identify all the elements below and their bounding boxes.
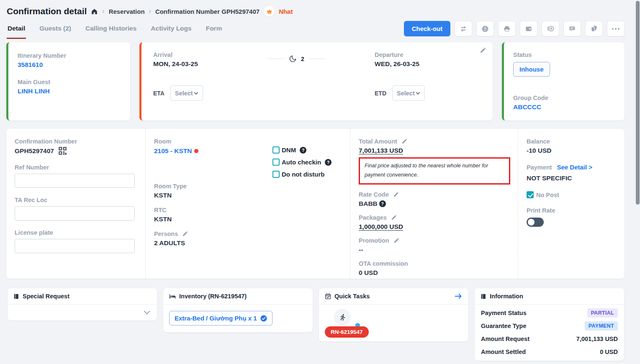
itinerary-card: Itinerary Number 3581610 Main Guest LINH… <box>6 42 130 120</box>
rate-code-help-icon[interactable] <box>379 200 386 207</box>
total-amount-label: Total Amount <box>359 138 397 145</box>
room-options: DNM Auto checkin Do not disturb <box>272 146 332 178</box>
breadcrumb-reservation[interactable]: Reservation <box>109 8 145 15</box>
task-avatar[interactable] <box>334 309 351 326</box>
room-type-label: Room Type <box>154 183 342 190</box>
tab-toolbar-row: Detail Guests (2) Calling Histories Acti… <box>0 17 640 39</box>
total-amount-value[interactable]: 7,001,133 USD <box>359 147 509 154</box>
payment-see-detail-link[interactable]: See Detail > <box>557 164 592 171</box>
main-guest-label: Main Guest <box>18 79 121 85</box>
edit-rate-code-pencil-icon[interactable] <box>393 192 399 197</box>
status-label: Status <box>513 51 615 58</box>
comment-button[interactable] <box>563 21 581 36</box>
room-label: Room <box>154 138 342 145</box>
ta-rec-loc-input[interactable] <box>15 206 135 220</box>
dnm-help-icon[interactable] <box>300 147 306 154</box>
itinerary-number-link[interactable]: 3581610 <box>18 61 121 69</box>
edit-total-amount-pencil-icon[interactable] <box>401 138 407 144</box>
confirmation-column: Confirmation Number GPH5297407 Ref Numbe… <box>6 129 146 279</box>
price-note-text: Final price adjusted to the nearest whol… <box>365 161 504 180</box>
balance-column: Balance -10 USD Payment See Detail > NOT… <box>518 129 625 279</box>
edit-dates-pencil-icon[interactable] <box>480 47 486 55</box>
quick-tasks-arrow-icon[interactable] <box>454 293 463 300</box>
room-link[interactable]: 2105 - KSTN <box>154 147 192 155</box>
more-button[interactable] <box>607 21 625 36</box>
do-not-disturb-checkbox[interactable] <box>272 171 280 178</box>
amount-settled-label: Amount Settled <box>481 349 526 355</box>
edit-persons-pencil-icon[interactable] <box>182 231 188 237</box>
balance-value: -10 USD <box>527 147 616 154</box>
tab-calling-histories[interactable]: Calling Histories <box>85 21 137 39</box>
auto-checkin-label: Auto checkin <box>282 159 321 166</box>
quick-tasks-title: Quick Tasks <box>334 293 370 300</box>
inventory-item-chip[interactable]: Extra-Bed / Giường Phụ x 1 <box>169 311 272 326</box>
swap-icon <box>460 25 467 33</box>
print-rate-label: Print Rate <box>527 207 616 214</box>
no-post-checkbox[interactable] <box>527 191 534 198</box>
status-badge[interactable]: Inhouse <box>513 62 550 77</box>
tab-activity-logs[interactable]: Activity Logs <box>150 21 192 39</box>
page-header: Confirmation detail Reservation Confirma… <box>0 0 640 17</box>
confirmation-number-value: GPH5297407 <box>15 147 54 155</box>
comment-icon <box>568 25 576 33</box>
status-card: Status Inhouse Group Code ABCCCC <box>502 42 625 120</box>
promotion-label: Promotion <box>359 237 389 244</box>
alert-button[interactable] <box>476 21 494 36</box>
no-post-label: No Post <box>536 192 559 198</box>
task-badge[interactable]: RN-6219547 <box>325 326 369 338</box>
main-guest-link[interactable]: LINH LINH <box>18 87 121 95</box>
auto-checkin-help-icon[interactable] <box>325 159 332 166</box>
etd-select[interactable]: Select <box>392 85 425 101</box>
arrival-label: Arrival <box>153 51 198 58</box>
auto-checkin-checkbox-row[interactable]: Auto checkin <box>272 159 332 166</box>
crown-icon[interactable] <box>264 6 275 17</box>
expand-chevron-icon[interactable] <box>144 310 150 315</box>
ref-number-label: Ref Number <box>15 164 137 171</box>
auto-checkin-checkbox[interactable] <box>272 159 280 166</box>
check-out-button[interactable]: Check-out <box>404 21 450 36</box>
divider <box>308 59 325 59</box>
room-status-dot <box>194 149 198 153</box>
user-name[interactable]: Nhat <box>279 8 293 15</box>
home-icon[interactable] <box>91 8 98 15</box>
reservation-detail-page: Confirmation detail Reservation Confirma… <box>0 0 640 361</box>
dnm-checkbox-row[interactable]: DNM <box>272 146 332 154</box>
information-card: Information Payment Status PARTIAL Guara… <box>475 288 624 361</box>
quick-tasks-card: Quick Tasks RN-6219547 <box>319 288 468 341</box>
inventory-item-label: Extra-Bed / Giường Phụ x 1 <box>175 315 257 322</box>
do-not-disturb-checkbox-row[interactable]: Do not disturb <box>272 171 332 178</box>
payment-label: Payment <box>527 164 552 171</box>
alert-icon <box>481 25 489 33</box>
info-row-amount-request: Amount Request 7,001,133 USD <box>475 332 624 345</box>
tab-form[interactable]: Form <box>205 21 223 39</box>
edit-promotion-pencil-icon[interactable] <box>393 238 399 244</box>
coin-plus-icon <box>547 25 555 33</box>
etd-select-value: Select <box>397 90 415 97</box>
swap-button[interactable] <box>455 21 472 36</box>
page-title: Confirmation detail <box>7 6 87 16</box>
toggle-knob <box>528 219 535 226</box>
tab-guests[interactable]: Guests (2) <box>39 21 72 39</box>
no-post-checkbox-row[interactable]: No Post <box>527 191 616 198</box>
edit-packages-pencil-icon[interactable] <box>391 215 397 220</box>
ota-commission-value: 0 USD <box>359 269 509 277</box>
wallet-button[interactable] <box>520 21 537 36</box>
scrollbar-thumb[interactable] <box>636 1 640 205</box>
tab-detail[interactable]: Detail <box>7 21 26 39</box>
license-plate-input[interactable] <box>15 239 135 253</box>
ref-number-input[interactable] <box>15 174 135 188</box>
cards-button[interactable] <box>585 21 603 36</box>
coin-plus-button[interactable] <box>542 21 559 36</box>
print-button[interactable] <box>498 21 516 36</box>
eta-select[interactable]: Select <box>170 85 203 101</box>
ta-rec-loc-label: TA Rec Loc <box>15 197 137 203</box>
info-row-amount-settled: Amount Settled 0 USD <box>475 345 624 358</box>
packages-value[interactable]: 1,000,000 USD <box>359 223 509 231</box>
breadcrumb-confirmation: Confirmation Number GPH5297407 <box>155 8 260 15</box>
dnm-checkbox[interactable] <box>272 146 280 154</box>
balance-label: Balance <box>527 138 616 145</box>
print-rate-toggle[interactable] <box>527 218 544 227</box>
stay-dates-card: Arrival MON, 24-03-25 2 Departure WED, 2… <box>139 42 493 120</box>
group-code-link[interactable]: ABCCCC <box>513 103 615 111</box>
qr-code-icon[interactable] <box>58 146 67 155</box>
